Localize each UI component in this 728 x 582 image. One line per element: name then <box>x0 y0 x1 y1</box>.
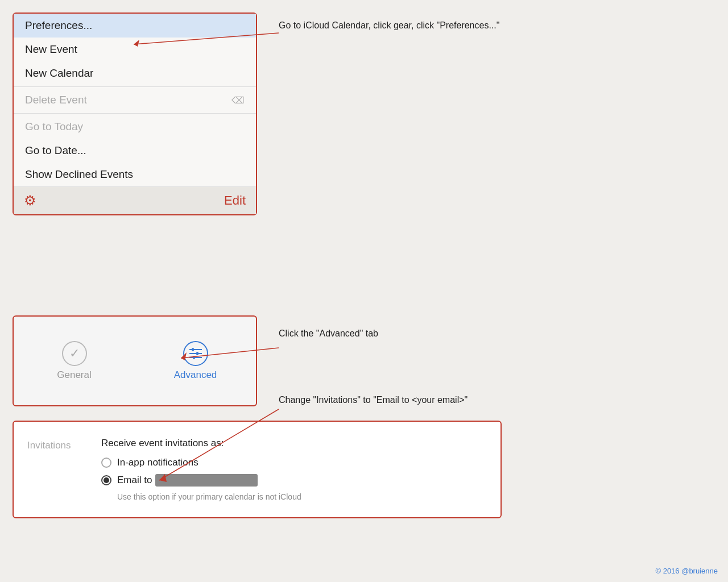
edit-button[interactable]: Edit <box>224 193 246 208</box>
svg-rect-4 <box>196 352 198 355</box>
radio-row-inapp[interactable]: In-app notifications <box>101 457 487 468</box>
invitations-label: Invitations <box>27 438 101 451</box>
radio-row-email[interactable]: Email to <box>101 474 487 487</box>
invitations-note: Use this option if your primary calendar… <box>117 492 487 501</box>
radio-email[interactable] <box>101 475 111 485</box>
tab-general[interactable]: ✓ General <box>14 331 135 391</box>
tab-general-label: General <box>57 369 91 381</box>
checkmark-icon: ✓ <box>62 341 87 366</box>
radio-inapp-label: In-app notifications <box>117 457 198 468</box>
tabs-box: ✓ General Advanced <box>13 315 257 406</box>
menu-item-label: Preferences... <box>25 19 92 32</box>
svg-rect-3 <box>192 348 194 351</box>
menu-divider-1 <box>14 86 256 87</box>
menu-item-delete-event: Delete Event ⌫ <box>14 88 256 112</box>
menu-divider-2 <box>14 113 256 114</box>
tab-advanced[interactable]: Advanced <box>135 331 256 391</box>
tab-advanced-label: Advanced <box>174 369 217 381</box>
annotation-step3: Change "Invitations" to "Email to <your … <box>279 395 468 405</box>
gear-icon[interactable]: ⚙ <box>24 193 36 209</box>
menu-item-preferences[interactable]: Preferences... <box>14 14 256 38</box>
invitations-title: Receive event invitations as: <box>101 438 487 449</box>
menu-item-new-calendar[interactable]: New Calendar <box>14 61 256 85</box>
menu-item-show-declined[interactable]: Show Declined Events <box>14 163 256 186</box>
menu-item-label: Go to Today <box>25 120 83 133</box>
menu-bottom-bar: ⚙ Edit <box>14 186 256 214</box>
sliders-icon <box>183 341 208 366</box>
annotation-step1: Go to iCloud Calendar, click gear, click… <box>279 20 499 31</box>
svg-rect-5 <box>193 356 195 359</box>
copyright: © 2016 @bruienne <box>655 567 718 575</box>
menu-item-go-today: Go to Today <box>14 115 256 139</box>
invitations-content: Receive event invitations as: In-app not… <box>101 438 487 501</box>
menu-item-label: New Event <box>25 43 77 56</box>
menu-item-go-date[interactable]: Go to Date... <box>14 139 256 163</box>
invitations-row: Invitations Receive event invitations as… <box>27 438 487 501</box>
radio-inapp[interactable] <box>101 458 111 468</box>
menu-box: Preferences... New Event New Calendar De… <box>13 13 257 215</box>
radio-email-label: Email to <box>117 475 152 486</box>
menu-item-label: Show Declined Events <box>25 168 133 181</box>
annotation-step2: Click the "Advanced" tab <box>279 329 378 339</box>
email-field <box>155 474 258 487</box>
invitations-box: Invitations Receive event invitations as… <box>13 421 502 518</box>
menu-item-label: New Calendar <box>25 67 93 80</box>
menu-item-label: Delete Event <box>25 94 87 106</box>
menu-item-new-event[interactable]: New Event <box>14 38 256 61</box>
menu-item-shortcut: ⌫ <box>231 95 245 106</box>
menu-item-label: Go to Date... <box>25 144 86 157</box>
